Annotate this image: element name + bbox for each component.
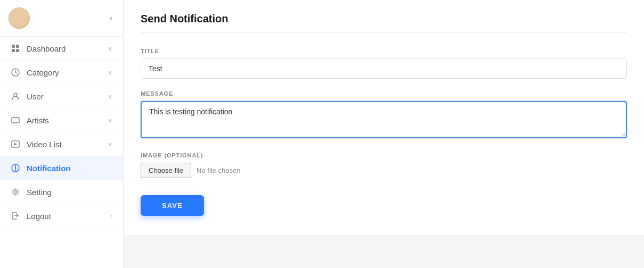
setting-icon: [11, 187, 20, 197]
sidebar-item-label-logout: Logout: [27, 212, 51, 221]
svg-rect-3: [16, 49, 19, 52]
image-group: IMAGE (OPTIONAL) Choose file No file cho…: [141, 152, 627, 178]
sidebar-item-category[interactable]: Category∨: [0, 61, 123, 85]
content-area: Send Notification TITLE MESSAGE IMAGE (O…: [124, 0, 644, 268]
main-content: Send Notification TITLE MESSAGE IMAGE (O…: [124, 0, 644, 268]
sidebar-item-video-list[interactable]: Video List∨: [0, 132, 123, 156]
notification-icon: [11, 163, 20, 173]
title-group: TITLE: [141, 48, 627, 79]
chevron-icon-video-list: ∨: [108, 141, 112, 148]
form-card: Send Notification TITLE MESSAGE IMAGE (O…: [124, 0, 644, 235]
sidebar-header: ‹: [0, 0, 123, 37]
chevron-icon-dashboard: ∨: [108, 45, 112, 52]
sidebar: ‹ Dashboard∨Category∨User∨Artists∨Video …: [0, 0, 124, 268]
chevron-icon-artists: ∨: [108, 117, 112, 124]
title-label: TITLE: [141, 48, 627, 54]
message-textarea[interactable]: [141, 101, 627, 138]
sidebar-item-label-setting: Setting: [27, 188, 52, 197]
svg-rect-2: [12, 49, 15, 52]
category-icon: [11, 68, 20, 77]
sidebar-item-label-category: Category: [27, 68, 59, 77]
svg-point-9: [14, 191, 17, 194]
sidebar-item-notification[interactable]: Notification: [0, 156, 123, 180]
sidebar-item-label-user: User: [27, 92, 44, 101]
chevron-icon-user: ∨: [108, 93, 112, 100]
message-label: MESSAGE: [141, 90, 627, 97]
avatar: [9, 7, 30, 29]
logout-icon: [11, 211, 20, 221]
svg-rect-1: [16, 45, 19, 48]
chevron-icon-category: ∨: [108, 69, 112, 76]
sidebar-item-label-video-list: Video List: [27, 140, 62, 149]
title-input[interactable]: [141, 58, 627, 79]
sidebar-item-user[interactable]: User∨: [0, 85, 123, 108]
collapse-button[interactable]: ‹: [108, 12, 115, 24]
sidebar-item-artists[interactable]: Artists∨: [0, 108, 123, 132]
sidebar-item-setting[interactable]: Setting: [0, 180, 123, 204]
dashboard-icon: [11, 44, 20, 53]
no-file-label: No file chosen: [197, 166, 240, 174]
choose-file-button[interactable]: Choose file: [141, 163, 191, 178]
artists-icon: [11, 115, 20, 125]
sidebar-item-label-notification: Notification: [27, 164, 71, 173]
chevron-icon-logout: ‹: [110, 213, 112, 219]
image-label: IMAGE (OPTIONAL): [141, 152, 627, 158]
file-input-wrapper: Choose file No file chosen: [141, 163, 627, 178]
sidebar-item-label-artists: Artists: [27, 116, 49, 125]
svg-point-5: [14, 93, 17, 96]
save-button[interactable]: SAVE: [141, 195, 204, 216]
sidebar-item-logout[interactable]: Logout‹: [0, 204, 123, 228]
sidebar-item-label-dashboard: Dashboard: [27, 44, 66, 53]
user-icon: [11, 91, 20, 101]
sidebar-item-dashboard[interactable]: Dashboard∨: [0, 37, 123, 61]
svg-rect-6: [12, 118, 19, 123]
page-title: Send Notification: [141, 13, 627, 33]
message-group: MESSAGE: [141, 90, 627, 140]
svg-rect-0: [12, 45, 15, 48]
video-list-icon: [11, 139, 20, 149]
